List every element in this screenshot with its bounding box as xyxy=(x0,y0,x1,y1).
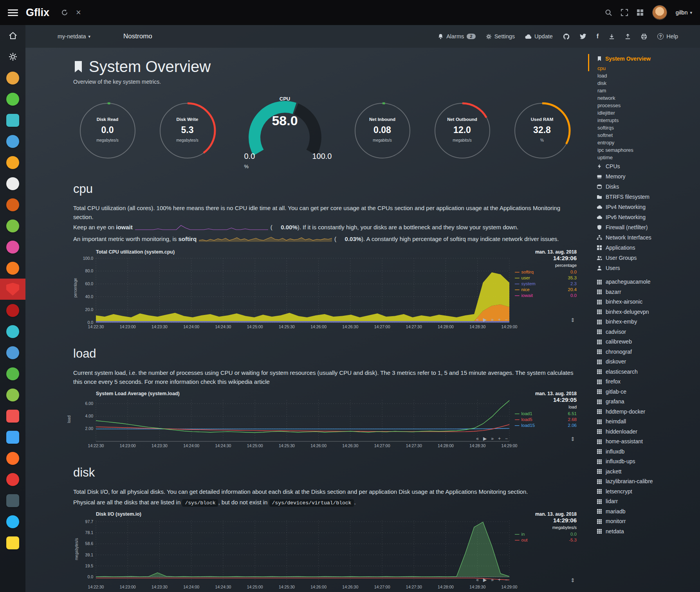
menu-item-firefox[interactable]: firefox xyxy=(597,377,697,387)
zoom-out-button[interactable]: − xyxy=(505,436,508,441)
menu-item-hiddenloader[interactable]: hiddenloader xyxy=(597,427,697,437)
legend-row[interactable]: —user35.3 xyxy=(515,275,577,281)
menu-icon[interactable] xyxy=(8,8,18,18)
chart-canvas[interactable]: 14:22:3014:23:0014:23:3014:24:0014:24:30… xyxy=(73,256,512,330)
twitter-icon[interactable] xyxy=(580,34,586,40)
menu-item-ipv6-networking[interactable]: IPv6 Networking xyxy=(597,212,697,222)
menu-item-netdata[interactable]: netdata xyxy=(597,527,697,537)
chart-resize-handle[interactable]: ⇕ xyxy=(570,317,575,323)
app-shortcut-icon[interactable] xyxy=(0,88,25,110)
print-icon[interactable] xyxy=(641,34,647,40)
user-menu[interactable]: gilbn ▾ xyxy=(676,9,692,16)
app-shortcut-icon[interactable] xyxy=(0,67,25,88)
menu-item-letsencrypt[interactable]: letsencrypt xyxy=(597,487,697,497)
menu-item-gitlab-ce[interactable]: gitlab-ce xyxy=(597,387,697,397)
menu-item-lidarr[interactable]: lidarr xyxy=(597,497,697,507)
menu-item-btrfs-filesystem[interactable]: BTRFS filesystem xyxy=(597,192,697,202)
chart-resize-handle[interactable]: ⇕ xyxy=(570,577,575,583)
menu-subitem-processes[interactable]: processes xyxy=(597,102,697,109)
menu-item-binhex-emby[interactable]: binhex-emby xyxy=(597,317,697,327)
legend-row[interactable]: —load16.51 xyxy=(515,411,577,417)
menu-item-network-interfaces[interactable]: Network Interfaces xyxy=(597,232,697,243)
close-icon[interactable]: × xyxy=(76,8,81,17)
menu-item-monitorr[interactable]: monitorr xyxy=(597,516,697,527)
menu-subitem-cpu[interactable]: cpu xyxy=(597,65,697,72)
pan-right-button[interactable]: » xyxy=(491,436,494,441)
menu-item-bazarr[interactable]: bazarr xyxy=(597,287,697,297)
menu-item-grafana[interactable]: grafana xyxy=(597,397,697,407)
play-button[interactable]: ▶ xyxy=(483,317,487,322)
menu-item-chronograf[interactable]: chronograf xyxy=(597,347,697,357)
menu-item-heimdall[interactable]: heimdall xyxy=(597,417,697,427)
zoom-in-button[interactable]: + xyxy=(498,317,501,322)
nav-settings[interactable]: Settings xyxy=(486,33,515,40)
tabs-grid-icon[interactable] xyxy=(637,9,644,16)
server-dropdown[interactable]: my-netdata▾ xyxy=(58,33,90,40)
app-shortcut-icon[interactable] xyxy=(0,215,25,236)
menu-subitem-interrupts[interactable]: interrupts xyxy=(597,117,697,124)
app-shortcut-icon[interactable] xyxy=(0,469,25,490)
app-shortcut-icon[interactable] xyxy=(0,384,25,405)
menu-subitem-network[interactable]: network xyxy=(597,94,697,102)
legend-row[interactable]: —load152.06 xyxy=(515,423,577,428)
menu-item-calibreweb[interactable]: calibreweb xyxy=(597,337,697,347)
zoom-in-button[interactable]: + xyxy=(498,577,501,583)
menu-item-ipv4-networking[interactable]: IPv4 Networking xyxy=(597,202,697,212)
app-shortcut-icon[interactable] xyxy=(0,194,25,215)
menu-subitem-uptime[interactable]: uptime xyxy=(597,154,697,161)
nav-update[interactable]: Update xyxy=(525,33,553,40)
app-shortcut-icon[interactable] xyxy=(0,152,25,173)
menu-item-applications[interactable]: Applications xyxy=(597,243,697,253)
menu-item-hddtemp-docker[interactable]: hddtemp-docker xyxy=(597,407,697,417)
menu-item-apacheguacamole[interactable]: apacheguacamole xyxy=(597,277,697,287)
legend-row[interactable]: —out-5.3 xyxy=(515,537,577,543)
legend-row[interactable]: —system2.3 xyxy=(515,281,577,287)
app-shortcut-icon[interactable] xyxy=(0,426,25,448)
home-icon[interactable] xyxy=(0,25,25,46)
refresh-icon[interactable] xyxy=(61,9,68,16)
play-button[interactable]: ▶ xyxy=(483,577,487,583)
app-shortcut-icon[interactable] xyxy=(0,173,25,194)
menu-item-binhex-airsonic[interactable]: binhex-airsonic xyxy=(597,297,697,307)
app-shortcut-icon[interactable] xyxy=(0,300,25,321)
legend-row[interactable]: —load52.68 xyxy=(515,417,577,423)
upload-icon[interactable] xyxy=(625,34,631,40)
menu-item-cpus[interactable]: CPUs xyxy=(597,161,697,171)
app-shortcut-icon[interactable] xyxy=(0,511,25,532)
menu-item-users[interactable]: Users xyxy=(597,263,697,273)
menu-subitem-disk[interactable]: disk xyxy=(597,79,697,87)
menu-subitem-entropy[interactable]: entropy xyxy=(597,139,697,146)
pan-left-button[interactable]: « xyxy=(476,317,479,322)
menu-item-mariadb[interactable]: mariadb xyxy=(597,507,697,517)
pan-right-button[interactable]: » xyxy=(491,577,494,583)
settings-gear-icon[interactable] xyxy=(0,46,25,67)
zoom-out-button[interactable]: − xyxy=(505,317,508,322)
chart-canvas[interactable]: 14:22:3014:23:0014:23:3014:24:0014:24:30… xyxy=(73,398,512,449)
menu-subitem-ipc-semaphores[interactable]: ipc semaphores xyxy=(597,146,697,154)
chart-canvas[interactable]: 14:22:3014:23:0014:23:3014:24:0014:24:30… xyxy=(73,518,512,590)
app-shortcut-icon[interactable] xyxy=(0,490,25,511)
menu-subitem-softirqs[interactable]: softirqs xyxy=(597,124,697,131)
app-shortcut-icon[interactable] xyxy=(0,236,25,257)
menu-item-diskover[interactable]: diskover xyxy=(597,357,697,367)
app-shortcut-icon[interactable] xyxy=(0,532,25,553)
app-shortcut-icon[interactable] xyxy=(0,363,25,384)
download-icon[interactable] xyxy=(609,34,615,40)
app-shortcut-icon[interactable] xyxy=(0,110,25,131)
search-icon[interactable] xyxy=(605,9,612,16)
menu-subitem-load[interactable]: load xyxy=(597,72,697,79)
app-shortcut-icon[interactable] xyxy=(0,448,25,469)
app-shortcut-icon[interactable] xyxy=(0,321,25,342)
menu-subitem-ram[interactable]: ram xyxy=(597,87,697,94)
nav-alarms[interactable]: Alarms 2 xyxy=(438,33,476,40)
pan-right-button[interactable]: » xyxy=(491,317,494,322)
menu-subitem-idlejitter[interactable]: idlejitter xyxy=(597,109,697,117)
menu-item-firewall-netfilter-[interactable]: Firewall (netfilter) xyxy=(597,222,697,232)
pan-left-button[interactable]: « xyxy=(476,436,479,441)
pan-left-button[interactable]: « xyxy=(476,577,479,583)
menu-item-system-overview[interactable]: System Overview xyxy=(597,55,697,65)
host-name[interactable]: Nostromo xyxy=(123,32,152,40)
menu-subitem-softnet[interactable]: softnet xyxy=(597,131,697,139)
avatar[interactable] xyxy=(652,5,667,20)
legend-row[interactable]: —nice20.4 xyxy=(515,287,577,293)
